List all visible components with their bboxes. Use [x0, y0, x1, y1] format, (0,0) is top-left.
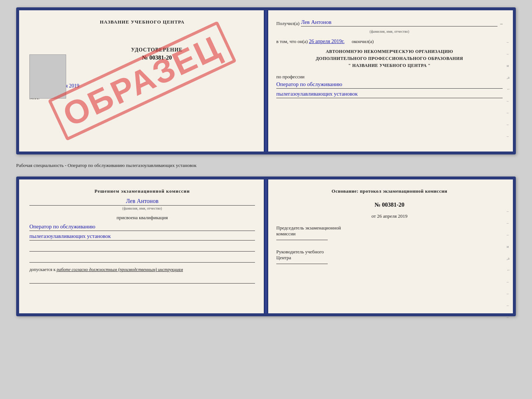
qual-blank-1	[29, 245, 255, 252]
qual-ot-label: от	[371, 213, 376, 219]
qual-predsedatel-block: Председатель экзаменационной комиссии	[276, 225, 503, 240]
qual-right-page: Основание: протокол экзаменационной коми…	[266, 179, 513, 313]
qual-ot-block: от 26 апреля 2019	[276, 213, 503, 219]
qual-prof-line1: Оператор по обслуживанию	[29, 224, 255, 231]
cert-udostoverenie-block: УДОСТОВЕРЕНИЕ № 00381-20	[59, 47, 255, 61]
poluchil-dash: –	[500, 21, 503, 26]
fio-sub: (фамилия, имя, отчество)	[276, 29, 503, 33]
qual-fio-sub: (фамилия, имя, отчество)	[29, 206, 255, 210]
qual-name: Лев Антонов	[29, 198, 255, 204]
org-line1: АВТОНОМНУЮ НЕКОММЕРЧЕСКУЮ ОРГАНИЗАЦИЮ	[326, 49, 453, 54]
qual-number-block: № 00381-20	[276, 202, 503, 208]
qual-title: Решением экзаменационной комиссии	[29, 188, 255, 194]
document-container: НАЗВАНИЕ УЧЕБНОГО ЦЕНТРА УДОСТОВЕРЕНИЕ №…	[16, 7, 516, 316]
org-quote2: "	[428, 63, 431, 68]
dopusk-text: работе согласно должностным (производств…	[57, 267, 183, 272]
qual-prisvoena-label: присвоена квалификация	[29, 215, 255, 221]
qual-rukovoditel-line2: Центра	[276, 255, 291, 260]
org-quote1: "	[348, 63, 351, 68]
cert-right-page: Получил(а) Лев Антонов – (фамилия, имя, …	[266, 10, 513, 152]
poluchil-name: Лев Антонов	[301, 19, 497, 26]
qual-rukovoditel-line1: Руководитель учебного	[276, 249, 324, 254]
cert-number: № 00381-20	[59, 54, 255, 61]
qual-prof-line2: пылегазоулавливающих установок	[29, 233, 255, 241]
obrazec-text: ОБРАЗЕЦ	[48, 21, 237, 141]
predsedatel-sign-line	[276, 240, 328, 240]
qual-side-dashes: – – – и ,а ← – – – –	[507, 209, 511, 319]
cert-left-page: НАЗВАНИЕ УЧЕБНОГО ЦЕНТРА УДОСТОВЕРЕНИЕ №…	[19, 10, 266, 152]
qual-rukovoditel-block: Руководитель учебного Центра	[276, 249, 503, 264]
qual-blank-2	[29, 256, 255, 263]
cert-udostoverenie-label: УДОСТОВЕРЕНИЕ	[59, 47, 255, 53]
qual-book-spine	[264, 179, 268, 313]
profession-line2: пылегазоулавливающих установок	[276, 91, 503, 98]
qual-blank-3	[29, 277, 255, 284]
cert-school-title: НАЗВАНИЕ УЧЕБНОГО ЦЕНТРА	[29, 19, 255, 25]
middle-caption: Рабочая специальность - Оператор по обсл…	[16, 159, 516, 172]
vtom-label: в том, что он(а)	[276, 39, 308, 44]
side-dashes: – – и ,а ← – – – –	[507, 40, 511, 138]
qual-predsedatel-line1: Председатель экзаменационной	[276, 225, 341, 231]
vtom-date: 26 апреля 2019г.	[309, 39, 345, 44]
qual-number: № 00381-20	[374, 202, 404, 208]
org-block: АВТОНОМНУЮ НЕКОММЕРЧЕСКУЮ ОРГАНИЗАЦИЮ ДО…	[276, 48, 503, 70]
org-name: НАЗВАНИЕ УЧЕБНОГО ЦЕНТРА	[352, 63, 427, 68]
qualification-book: Решением экзаменационной комиссии Лев Ан…	[16, 177, 516, 316]
qual-left-page: Решением экзаменационной комиссии Лев Ан…	[19, 179, 266, 313]
poluchil-line: Получил(а) Лев Антонов –	[276, 19, 503, 26]
poluchil-label: Получил(а)	[276, 21, 299, 26]
qual-name-underline: Лев Антонов	[29, 198, 255, 206]
rukovoditel-sign-line	[276, 264, 328, 264]
qual-ot-date: 26 апреля 2019	[377, 213, 407, 219]
book-spine	[264, 10, 268, 152]
certificate-book: НАЗВАНИЕ УЧЕБНОГО ЦЕНТРА УДОСТОВЕРЕНИЕ №…	[16, 7, 516, 154]
qual-right-title: Основание: протокол экзаменационной коми…	[276, 188, 503, 194]
vtom-block: в том, что он(а) 26 апреля 2019г. окончи…	[276, 39, 503, 44]
qual-predsedatel-line2: комиссии	[276, 231, 296, 236]
okonchil-label: окончил(а)	[352, 39, 374, 44]
cert-photo-placeholder	[29, 54, 66, 99]
dopusk-label: допускается к	[29, 267, 55, 272]
org-line2: ДОПОЛНИТЕЛЬНОГО ПРОФЕССИОНАЛЬНОГО ОБРАЗО…	[316, 56, 463, 61]
profession-label: по профессии	[276, 74, 503, 80]
qual-dopuskaetsya-block: допускается к работе согласно должностны…	[29, 267, 255, 272]
profession-line1: Оператор по обслуживанию	[276, 81, 503, 89]
org-name-line: " НАЗВАНИЕ УЧЕБНОГО ЦЕНТРА "	[348, 63, 431, 68]
